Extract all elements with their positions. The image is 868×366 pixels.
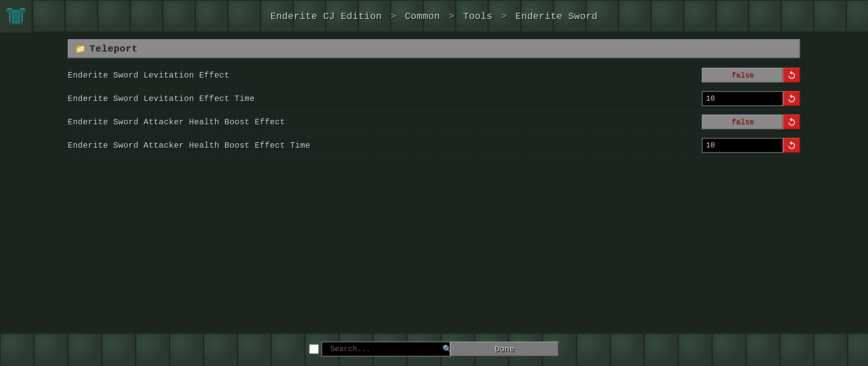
top-tile [260,0,293,32]
top-bar-tiles [0,0,868,32]
top-bar: Enderite CJ Edition > Common > Tools > E… [0,0,868,33]
config-label: Enderite Sword Attacker Health Boost Eff… [68,118,285,127]
top-tile [65,0,98,32]
reset-button[interactable] [783,115,800,129]
config-rows: Enderite Sword Levitation Effectfalse En… [68,64,800,157]
top-tile [293,0,326,32]
config-row: Enderite Sword Levitation Effect Time [68,87,800,110]
top-tile [326,0,358,32]
top-tile [521,0,553,32]
top-tile [163,0,195,32]
number-input[interactable] [702,91,783,106]
top-tile [33,0,65,32]
reset-icon [787,94,796,103]
top-tile [553,0,586,32]
top-tile [781,0,814,32]
search-checkbox[interactable] [309,344,319,354]
svg-rect-8 [9,12,11,22]
config-row: Enderite Sword Attacker Health Boost Eff… [68,110,800,134]
svg-rect-4 [11,12,12,23]
top-tile [195,0,228,32]
logo-cell [0,0,33,33]
done-button[interactable]: Done [450,342,559,357]
svg-rect-5 [20,12,21,23]
toggle-false-button[interactable]: false [702,115,783,129]
svg-rect-9 [21,12,23,22]
bottom-controls: 🔍 Done [0,332,868,366]
folder-icon: 📁 [75,44,85,54]
logo-icon [5,5,27,27]
reset-icon [787,70,796,80]
section-title: Teleport [90,44,138,54]
top-tile [98,0,130,32]
svg-rect-11 [20,8,24,9]
config-control: false [702,68,800,83]
top-tile [488,0,521,32]
reset-icon [787,141,796,150]
top-tile [716,0,749,32]
top-tile [228,0,260,32]
config-control [702,91,800,106]
top-tile [684,0,716,32]
section-header: 📁 Teleport [68,39,800,58]
config-control: false [702,115,800,129]
top-tile [749,0,781,32]
top-tile [130,0,163,32]
search-input-wrapper: 🔍 [326,342,455,357]
svg-rect-7 [13,12,19,22]
top-tile [651,0,684,32]
search-box: 🔍 [321,342,450,357]
reset-button[interactable] [783,68,800,83]
top-tile [618,0,651,32]
number-input[interactable] [702,138,783,153]
search-input[interactable] [326,342,455,357]
top-tile [391,0,423,32]
top-tile [586,0,618,32]
config-row: Enderite Sword Attacker Health Boost Eff… [68,134,800,157]
reset-button[interactable] [783,91,800,106]
top-tile [814,0,846,32]
toggle-false-button[interactable]: false [702,68,783,83]
svg-rect-10 [8,8,12,9]
main-content: 📁 Teleport Enderite Sword Levitation Eff… [68,33,800,332]
top-tile [456,0,488,32]
config-label: Enderite Sword Attacker Health Boost Eff… [68,141,310,150]
reset-icon [787,117,796,127]
config-label: Enderite Sword Levitation Effect [68,71,230,80]
top-tile [846,0,868,32]
config-row: Enderite Sword Levitation Effectfalse [68,64,800,87]
reset-button[interactable] [783,138,800,153]
config-control [702,138,800,153]
top-tile [358,0,391,32]
config-label: Enderite Sword Levitation Effect Time [68,94,255,103]
top-tile [423,0,456,32]
